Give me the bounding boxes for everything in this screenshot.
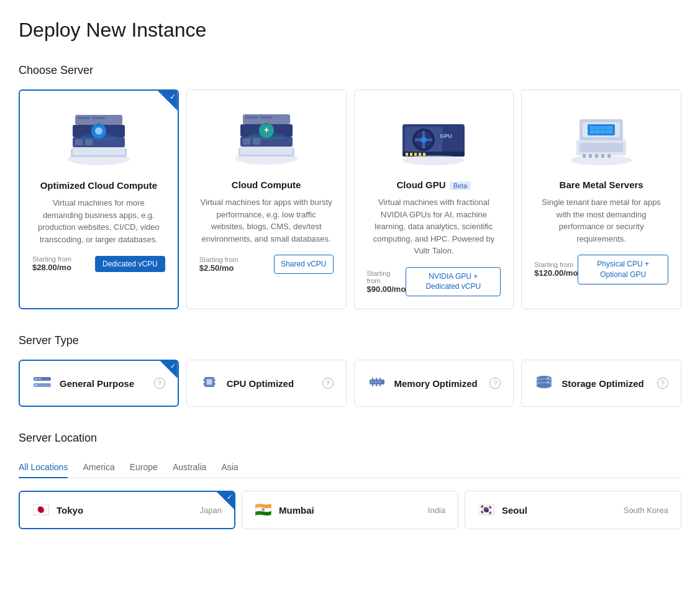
card-footer-cloud: Starting from $2.50/mo Shared vCPU xyxy=(199,255,334,274)
badge-bare-metal[interactable]: Physical CPU + Optional GPU xyxy=(578,255,668,284)
svg-rect-23 xyxy=(243,114,290,124)
server-cards-container: Optimized Cloud Compute Virtual machines… xyxy=(19,89,681,309)
svg-rect-15 xyxy=(240,146,293,155)
svg-rect-61 xyxy=(35,378,37,380)
help-icon-storage[interactable]: ? xyxy=(657,378,668,389)
type-check-general xyxy=(160,361,178,378)
svg-rect-67 xyxy=(203,380,204,381)
help-icon-general[interactable]: ? xyxy=(154,378,165,389)
card-title-gpu: Cloud GPUBeta xyxy=(367,180,501,190)
type-icon-cpu xyxy=(199,372,219,394)
tab-all-locations[interactable]: All Locations xyxy=(19,457,68,478)
svg-rect-38 xyxy=(410,153,412,156)
card-image-gpu: GPU xyxy=(367,102,501,171)
location-card-seoul[interactable]: 🇰🇷 Seoul South Korea xyxy=(465,491,681,529)
location-name-mumbai: Mumbai xyxy=(279,505,420,516)
svg-point-42 xyxy=(402,155,465,165)
tab-america[interactable]: America xyxy=(83,457,114,478)
server-type-label: Server Type xyxy=(19,334,681,347)
location-country-mumbai: India xyxy=(428,506,445,515)
svg-rect-73 xyxy=(375,381,377,383)
svg-rect-63 xyxy=(35,384,37,386)
flag-japan: 🇯🇵 xyxy=(32,502,49,518)
svg-rect-68 xyxy=(214,380,216,381)
location-country-seoul: South Korea xyxy=(624,506,668,515)
page-title: Deploy New Instance xyxy=(19,19,681,42)
svg-rect-75 xyxy=(372,378,373,380)
card-image-optimized xyxy=(32,103,165,171)
svg-rect-74 xyxy=(378,381,381,383)
choose-server-label: Choose Server xyxy=(19,64,681,77)
card-desc-bare-metal: Single tenant bare metal for apps with t… xyxy=(534,196,668,245)
location-name-tokyo: Tokyo xyxy=(57,505,193,516)
location-card-tokyo[interactable]: 🇯🇵 Tokyo Japan xyxy=(19,491,235,529)
svg-rect-41 xyxy=(423,153,425,156)
svg-rect-72 xyxy=(371,381,373,383)
svg-rect-2 xyxy=(73,147,125,155)
svg-rect-69 xyxy=(203,383,204,384)
svg-rect-37 xyxy=(406,153,408,156)
svg-rect-12 xyxy=(93,117,105,119)
tab-europe[interactable]: Europe xyxy=(130,457,158,478)
svg-point-87 xyxy=(547,381,549,383)
card-desc-cloud: Virtual machines for apps with bursty pe… xyxy=(199,196,334,245)
card-footer-gpu: Starting from $90.00/mo NVIDIA GPU + Ded… xyxy=(367,267,501,297)
help-icon-cpu[interactable]: ? xyxy=(322,378,334,389)
help-icon-memory[interactable]: ? xyxy=(489,378,501,389)
svg-point-30 xyxy=(420,137,427,143)
location-cards-container: 🇯🇵 Tokyo Japan 🇮🇳 Mumbai India 🇰🇷 Seoul … xyxy=(19,491,681,529)
starting-from-optimized: Starting from $28.00/mo xyxy=(32,255,71,272)
location-country-tokyo: Japan xyxy=(200,506,222,515)
card-desc-optimized: Virtual machines for more demanding busi… xyxy=(32,197,165,245)
svg-point-9 xyxy=(80,134,117,141)
badge-optimized[interactable]: Dedicated vCPU xyxy=(95,256,165,272)
location-card-mumbai[interactable]: 🇮🇳 Mumbai India xyxy=(242,491,458,529)
server-type-grid: General Purpose ? CPU Optimized ? xyxy=(19,360,681,407)
svg-rect-39 xyxy=(414,153,417,156)
tab-asia[interactable]: Asia xyxy=(221,457,238,478)
svg-text:GPU: GPU xyxy=(440,133,453,139)
svg-rect-49 xyxy=(601,154,604,158)
card-footer-bare-metal: Starting from $120.00/mo Physical CPU + … xyxy=(534,255,668,284)
svg-rect-11 xyxy=(78,117,90,119)
server-card-gpu[interactable]: GPU Cloud GPUBeta Virtual machines with … xyxy=(354,89,514,309)
svg-rect-10 xyxy=(75,115,122,125)
type-card-memory-optimized[interactable]: Memory Optimized ? xyxy=(354,360,514,407)
svg-rect-25 xyxy=(260,116,273,119)
svg-rect-79 xyxy=(376,384,377,386)
type-card-storage-optimized[interactable]: Storage Optimized ? xyxy=(521,360,681,407)
svg-point-86 xyxy=(547,378,549,380)
type-card-general-purpose[interactable]: General Purpose ? xyxy=(19,360,179,407)
svg-rect-46 xyxy=(583,154,586,158)
svg-rect-78 xyxy=(372,384,373,386)
server-card-optimized-cloud[interactable]: Optimized Cloud Compute Virtual machines… xyxy=(19,89,179,309)
type-card-cpu-optimized[interactable]: CPU Optimized ? xyxy=(186,360,347,407)
svg-rect-17 xyxy=(243,139,250,145)
card-image-cloud: + xyxy=(199,102,334,171)
svg-rect-47 xyxy=(589,154,592,158)
svg-rect-77 xyxy=(380,378,381,380)
starting-from-cloud: Starting from $2.50/mo xyxy=(199,256,239,273)
type-icon-storage xyxy=(534,372,554,394)
type-name-general: General Purpose xyxy=(60,378,147,389)
type-name-storage: Storage Optimized xyxy=(561,378,650,389)
flag-korea: 🇰🇷 xyxy=(478,502,494,518)
server-card-bare-metal[interactable]: Bare Metal Servers Single tenant bare me… xyxy=(521,89,681,309)
svg-rect-40 xyxy=(419,153,421,156)
svg-rect-70 xyxy=(214,383,216,384)
svg-rect-4 xyxy=(75,139,83,145)
type-name-memory: Memory Optimized xyxy=(394,378,483,389)
svg-point-85 xyxy=(537,383,552,388)
svg-rect-45 xyxy=(580,143,623,152)
svg-rect-66 xyxy=(207,380,212,384)
badge-gpu[interactable]: NVIDIA GPU + Dedicated vCPU xyxy=(406,267,501,297)
starting-from-gpu: Starting from $90.00/mo xyxy=(367,270,406,294)
svg-point-22 xyxy=(248,133,285,140)
svg-rect-50 xyxy=(607,154,611,158)
beta-badge: Beta xyxy=(450,181,471,190)
server-card-cloud-compute[interactable]: + Cloud Compute Virtual machines for app… xyxy=(186,89,347,309)
tab-australia[interactable]: Australia xyxy=(173,457,206,478)
svg-rect-76 xyxy=(376,378,377,380)
card-footer-optimized: Starting from $28.00/mo Dedicated vCPU xyxy=(32,255,165,272)
badge-cloud[interactable]: Shared vCPU xyxy=(274,255,333,274)
